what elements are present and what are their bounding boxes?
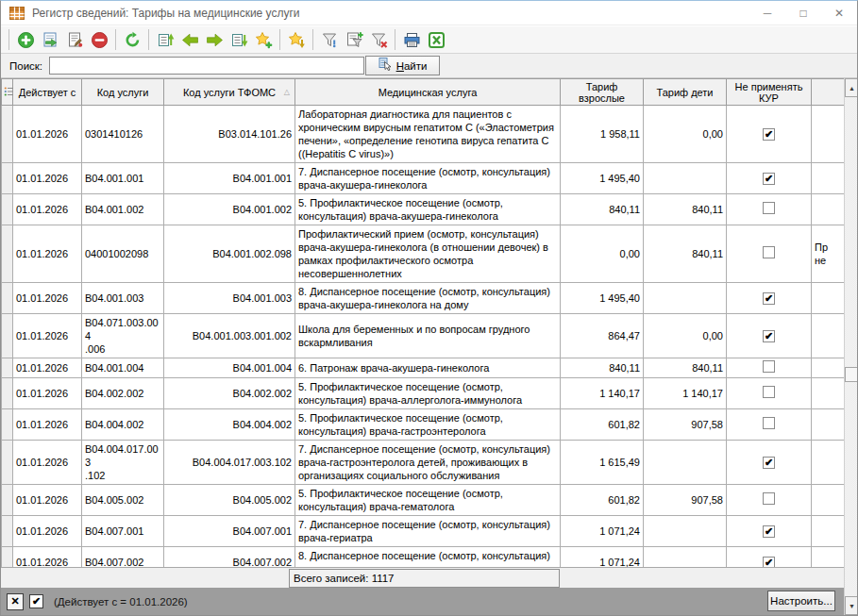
row-selector-cell[interactable] bbox=[2, 106, 13, 163]
effective-from-cell: 01.01.2026 bbox=[13, 358, 82, 378]
tariff-child-cell: 1 140,17 bbox=[644, 378, 727, 409]
table-row[interactable]: 01.01.2026B04.004.017.003 .102B04.004.01… bbox=[2, 441, 845, 485]
scroll-thumb[interactable] bbox=[845, 367, 858, 382]
no-kur-checkbox[interactable] bbox=[763, 330, 775, 342]
no-kur-checkbox[interactable] bbox=[763, 128, 775, 141]
row-selector-header[interactable] bbox=[2, 79, 13, 106]
titlebar: Регистр сведений: Тарифы на медицинские … bbox=[1, 1, 857, 25]
row-selector-cell[interactable] bbox=[2, 409, 13, 441]
no-kur-cell bbox=[727, 314, 812, 358]
service-code-cell: B04.001.002 bbox=[82, 194, 164, 225]
table-row[interactable]: 01.01.2026B04.007.002B04.007.0028. Диспа… bbox=[2, 547, 845, 568]
filter-enabled-checkbox[interactable] bbox=[29, 594, 43, 608]
row-selector-cell[interactable] bbox=[2, 358, 13, 378]
row-selector-cell[interactable] bbox=[2, 441, 13, 485]
tariff-adult-cell: 1 071,24 bbox=[561, 547, 644, 568]
effective-from-cell: 01.01.2026 bbox=[13, 516, 82, 547]
column-header-tariff-child[interactable]: Тариф дети bbox=[644, 79, 727, 106]
no-kur-checkbox[interactable] bbox=[763, 525, 775, 538]
clipped-column-cell bbox=[812, 358, 845, 378]
no-kur-checkbox[interactable] bbox=[763, 202, 775, 214]
table-row[interactable]: 01.01.2026B04.001.003B04.001.0038. Диспа… bbox=[2, 283, 845, 314]
search-input[interactable] bbox=[49, 57, 364, 75]
print-button[interactable] bbox=[399, 27, 424, 52]
go-last-button[interactable] bbox=[227, 27, 251, 52]
no-kur-checkbox[interactable] bbox=[763, 173, 775, 185]
edit-record-button[interactable] bbox=[62, 27, 87, 52]
clipped-column-cell bbox=[812, 516, 845, 547]
vertical-scrollbar[interactable] bbox=[844, 78, 858, 615]
no-kur-checkbox[interactable] bbox=[763, 492, 775, 505]
tariff-adult-cell: 1 140,17 bbox=[561, 378, 644, 409]
remove-filter-button[interactable] bbox=[7, 593, 24, 610]
favorites-button[interactable] bbox=[284, 27, 309, 52]
scroll-down-button[interactable] bbox=[845, 596, 858, 615]
table-row[interactable]: 01.01.2026B04.005.002B04.005.0025. Профи… bbox=[2, 485, 845, 516]
go-first-button[interactable] bbox=[153, 27, 177, 52]
clear-filter-button[interactable] bbox=[366, 27, 391, 52]
effective-from-cell: 01.01.2026 bbox=[13, 441, 82, 485]
medical-service-cell: 7. Диспансерное посещение (осмотр, консу… bbox=[295, 163, 561, 194]
row-selector-cell[interactable] bbox=[2, 225, 13, 283]
no-kur-checkbox[interactable] bbox=[763, 386, 775, 398]
row-selector-cell[interactable] bbox=[2, 485, 13, 516]
row-selector-cell[interactable] bbox=[2, 314, 13, 358]
add-record-button[interactable] bbox=[13, 27, 38, 52]
column-header-effective-from[interactable]: Действует с bbox=[13, 79, 82, 106]
find-button[interactable]: Найти bbox=[365, 56, 440, 75]
clipped-column-cell bbox=[812, 378, 845, 409]
export-excel-button[interactable] bbox=[424, 27, 448, 52]
column-header-medical-service[interactable]: Медицинская услуга bbox=[295, 79, 561, 106]
no-kur-checkbox[interactable] bbox=[763, 457, 775, 469]
configure-button[interactable]: Настроить... bbox=[767, 591, 835, 611]
maximize-button[interactable]: □ bbox=[785, 1, 821, 25]
row-selector-cell[interactable] bbox=[2, 547, 13, 568]
no-kur-checkbox[interactable] bbox=[763, 417, 775, 429]
doc-arrow-icon bbox=[42, 31, 59, 49]
no-kur-checkbox[interactable] bbox=[763, 246, 775, 258]
refresh-button[interactable] bbox=[120, 27, 144, 52]
table-row[interactable]: 01.01.2026B04.071.003.004 .006B04.001.00… bbox=[2, 314, 845, 358]
no-kur-checkbox[interactable] bbox=[763, 557, 775, 567]
effective-from-cell: 01.01.2026 bbox=[13, 378, 82, 409]
table-row[interactable]: 01.01.2026B04.004.002B04.004.0025. Профи… bbox=[2, 409, 845, 441]
no-kur-checkbox[interactable] bbox=[763, 360, 775, 373]
tariff-child-cell: 840,11 bbox=[644, 358, 727, 378]
add-favorite-button[interactable] bbox=[251, 27, 276, 52]
medical-service-cell: 5. Профилактическое посещение (осмотр, к… bbox=[295, 485, 561, 516]
next-record-button[interactable] bbox=[202, 27, 227, 52]
copy-record-button[interactable] bbox=[38, 27, 62, 52]
row-selector-cell[interactable] bbox=[2, 194, 13, 225]
table-row[interactable]: 01.01.2026B04.001.002B04.001.0025. Профи… bbox=[2, 194, 845, 225]
table-row[interactable]: 01.01.2026B04.007.001B04.007.0017. Диспа… bbox=[2, 516, 845, 547]
column-header-no-kur[interactable]: Не применять КУР bbox=[727, 79, 812, 106]
filter-settings-button[interactable] bbox=[342, 27, 366, 52]
row-selector-cell[interactable] bbox=[2, 378, 13, 409]
effective-from-cell: 01.01.2026 bbox=[13, 547, 82, 568]
close-button[interactable]: ✕ bbox=[821, 1, 857, 25]
table-row[interactable]: 01.01.2026B04.001.004B04.001.0046. Патро… bbox=[2, 358, 845, 378]
scroll-up-button[interactable] bbox=[845, 78, 858, 97]
row-selector-cell[interactable] bbox=[2, 163, 13, 194]
table-row[interactable]: 01.01.202604001002098B04.001.002.098Проф… bbox=[2, 225, 845, 283]
arrow-right-icon bbox=[206, 31, 224, 49]
no-kur-checkbox[interactable] bbox=[763, 292, 775, 305]
search-bar: Поиск: Найти bbox=[1, 54, 857, 78]
row-selector-cell[interactable] bbox=[2, 283, 13, 314]
toolbar-separator bbox=[312, 29, 313, 50]
list-arrow-down-icon bbox=[230, 31, 248, 49]
table-row[interactable]: 01.01.2026B04.001.001B04.001.0017. Диспа… bbox=[2, 163, 845, 194]
table-row[interactable]: 01.01.2026B04.002.002B04.002.0025. Профи… bbox=[2, 378, 845, 409]
delete-record-button[interactable] bbox=[87, 27, 111, 52]
prev-record-button[interactable] bbox=[177, 27, 202, 52]
active-filter-text: (Действует с = 01.01.2026) bbox=[54, 596, 188, 608]
tfoms-code-cell: B04.005.002 bbox=[164, 485, 295, 516]
column-header-clipped[interactable] bbox=[812, 79, 845, 106]
table-row[interactable]: 01.01.20260301410126B03.014.101.26Лабора… bbox=[2, 106, 845, 163]
column-header-tfoms-code[interactable]: Код услуги ТФОМС △ bbox=[164, 79, 295, 106]
filter-button[interactable] bbox=[317, 27, 342, 52]
minimize-button[interactable]: ─ bbox=[749, 1, 785, 25]
column-header-service-code[interactable]: Код услуги bbox=[82, 79, 164, 106]
column-header-tariff-adult[interactable]: Тариф взрослые bbox=[561, 79, 644, 106]
row-selector-cell[interactable] bbox=[2, 516, 13, 547]
